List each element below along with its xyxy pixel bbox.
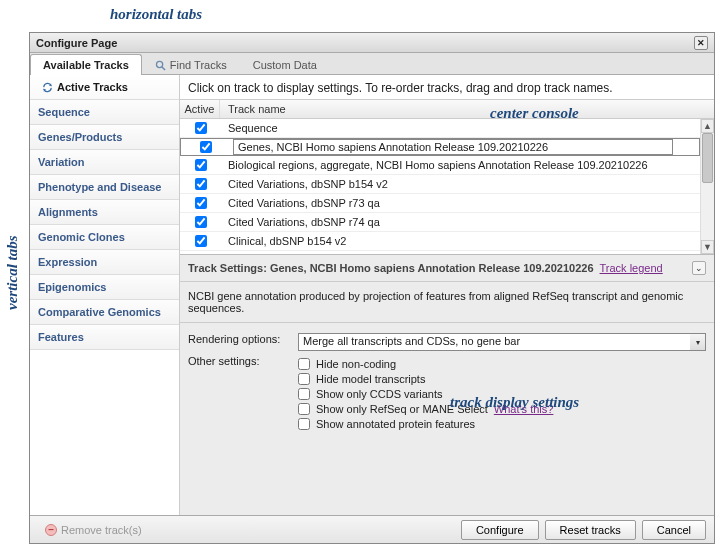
- vtab-label: Epigenomics: [38, 281, 106, 293]
- track-active-checkbox[interactable]: [195, 159, 207, 171]
- track-active-checkbox[interactable]: [195, 122, 207, 134]
- vtab-label: Comparative Genomics: [38, 306, 161, 318]
- track-active-checkbox[interactable]: [195, 235, 207, 247]
- reset-tracks-button[interactable]: Reset tracks: [545, 520, 636, 540]
- vtab-expression[interactable]: Expression: [30, 250, 179, 275]
- chevron-down-icon: ▾: [696, 338, 700, 347]
- vtab-label: Genomic Clones: [38, 231, 125, 243]
- scrollbar[interactable]: ▲ ▼: [700, 119, 714, 254]
- track-name: Cited Variations, dbSNP b154 v2: [228, 178, 388, 190]
- track-active-checkbox[interactable]: [200, 141, 212, 153]
- svg-line-1: [162, 66, 165, 69]
- dialog-title: Configure Page: [36, 37, 117, 49]
- checkbox-label: Show only CCDS variants: [316, 388, 443, 400]
- track-settings-header: Track Settings: Genes, NCBI Homo sapiens…: [180, 255, 714, 282]
- dialog-footer: – Remove track(s) Configure Reset tracks…: [30, 515, 714, 543]
- configure-button[interactable]: Configure: [461, 520, 539, 540]
- vtab-label: Genes/Products: [38, 131, 122, 143]
- show-ccds-checkbox[interactable]: [298, 388, 310, 400]
- button-label: Remove track(s): [61, 524, 142, 536]
- vtab-active-tracks[interactable]: Active Tracks: [30, 75, 179, 100]
- vtab-genes-products[interactable]: Genes/Products: [30, 125, 179, 150]
- remove-track-button[interactable]: – Remove track(s): [38, 520, 149, 540]
- vtab-label: Variation: [38, 156, 84, 168]
- annotation-horizontal-tabs: horizontal tabs: [110, 6, 202, 23]
- vtab-genomic-clones[interactable]: Genomic Clones: [30, 225, 179, 250]
- track-name: Cited Variations, dbSNP r74 qa: [228, 216, 380, 228]
- horizontal-tabs: Available Tracks Find Tracks Custom Data: [30, 53, 714, 75]
- show-protein-checkbox[interactable]: [298, 418, 310, 430]
- vertical-tabs: Active Tracks Sequence Genes/Products Va…: [30, 75, 180, 515]
- vtab-label: Features: [38, 331, 84, 343]
- cancel-button[interactable]: Cancel: [642, 520, 706, 540]
- tab-custom-data[interactable]: Custom Data: [240, 54, 330, 75]
- hide-model-checkbox[interactable]: [298, 373, 310, 385]
- track-active-checkbox[interactable]: [195, 216, 207, 228]
- tab-label: Custom Data: [253, 59, 317, 71]
- vtab-label: Sequence: [38, 106, 90, 118]
- vtab-features[interactable]: Features: [30, 325, 179, 350]
- tab-find-tracks[interactable]: Find Tracks: [142, 54, 240, 75]
- vtab-label: Expression: [38, 256, 97, 268]
- track-legend-link[interactable]: Track legend: [600, 262, 663, 274]
- track-name: Biological regions, aggregate, NCBI Homo…: [228, 159, 648, 171]
- track-row[interactable]: Cited Variations, dbSNP b154 v2: [180, 175, 700, 194]
- track-list: Sequence Genes, NCBI Homo sapiens Annota…: [180, 119, 714, 254]
- other-settings-label: Other settings:: [188, 355, 298, 433]
- track-description: NCBI gene annotation produced by project…: [180, 282, 714, 323]
- track-row[interactable]: Genes, NCBI Homo sapiens Annotation Rele…: [180, 138, 700, 156]
- track-row[interactable]: Cited Variations, dbSNP r73 qa: [180, 194, 700, 213]
- column-track-name[interactable]: Track name: [220, 100, 714, 118]
- show-refseq-checkbox[interactable]: [298, 403, 310, 415]
- settings-prefix: Track Settings:: [188, 262, 270, 274]
- track-name: Cited Variations, dbSNP r73 qa: [228, 197, 380, 209]
- vtab-label: Alignments: [38, 206, 98, 218]
- track-active-checkbox[interactable]: [195, 197, 207, 209]
- hide-noncoding-checkbox[interactable]: [298, 358, 310, 370]
- titlebar: Configure Page ✕: [30, 33, 714, 53]
- scrollbar-thumb[interactable]: [702, 133, 713, 183]
- vtab-label: Phenotype and Disease: [38, 181, 162, 193]
- search-icon: [155, 60, 166, 71]
- dropdown-button[interactable]: ▾: [690, 333, 706, 351]
- track-name: Genes, NCBI Homo sapiens Annotation Rele…: [233, 139, 673, 155]
- close-icon: ✕: [697, 38, 705, 48]
- rendering-options-select[interactable]: Merge all transcripts and CDSs, no gene …: [298, 333, 706, 351]
- track-active-checkbox[interactable]: [195, 178, 207, 190]
- vtab-variation[interactable]: Variation: [30, 150, 179, 175]
- svg-point-0: [156, 61, 162, 67]
- column-active[interactable]: Active: [180, 100, 220, 118]
- checkbox-label: Show only RefSeq or MANE Select: [316, 403, 488, 415]
- center-console: Click on track to display settings. To r…: [180, 75, 714, 515]
- scroll-up-button[interactable]: ▲: [701, 119, 714, 133]
- vtab-alignments[interactable]: Alignments: [30, 200, 179, 225]
- whats-this-link[interactable]: What's this?: [494, 403, 554, 415]
- vtab-comparative-genomics[interactable]: Comparative Genomics: [30, 300, 179, 325]
- annotation-vertical-tabs: vertical tabs: [4, 235, 21, 310]
- tab-available-tracks[interactable]: Available Tracks: [30, 54, 142, 75]
- track-name: Sequence: [228, 122, 278, 134]
- configure-page-dialog: Configure Page ✕ Available Tracks Find T…: [29, 32, 715, 544]
- vtab-sequence[interactable]: Sequence: [30, 100, 179, 125]
- track-row[interactable]: Biological regions, aggregate, NCBI Homo…: [180, 156, 700, 175]
- chevron-up-icon: ▲: [703, 121, 712, 131]
- rendering-options-label: Rendering options:: [188, 333, 298, 351]
- chevron-down-icon: ▼: [703, 242, 712, 252]
- track-settings-panel: Track Settings: Genes, NCBI Homo sapiens…: [180, 254, 714, 515]
- rendering-options-value: Merge all transcripts and CDSs, no gene …: [298, 333, 706, 351]
- vtab-epigenomics[interactable]: Epigenomics: [30, 275, 179, 300]
- refresh-icon: [42, 82, 53, 93]
- checkbox-label: Hide non-coding: [316, 358, 396, 370]
- scroll-down-button[interactable]: ▼: [701, 240, 714, 254]
- track-list-header: Active Track name: [180, 99, 714, 119]
- collapse-button[interactable]: ⌄: [692, 261, 706, 275]
- close-button[interactable]: ✕: [694, 36, 708, 50]
- vtab-phenotype-disease[interactable]: Phenotype and Disease: [30, 175, 179, 200]
- track-row[interactable]: Clinical, dbSNP b154 v2: [180, 232, 700, 251]
- vtab-label: Active Tracks: [57, 81, 128, 93]
- settings-title: Track Settings: Genes, NCBI Homo sapiens…: [188, 262, 594, 274]
- track-row[interactable]: Sequence: [180, 119, 700, 138]
- track-name: Clinical, dbSNP b154 v2: [228, 235, 346, 247]
- checkbox-label: Show annotated protein features: [316, 418, 475, 430]
- track-row[interactable]: Cited Variations, dbSNP r74 qa: [180, 213, 700, 232]
